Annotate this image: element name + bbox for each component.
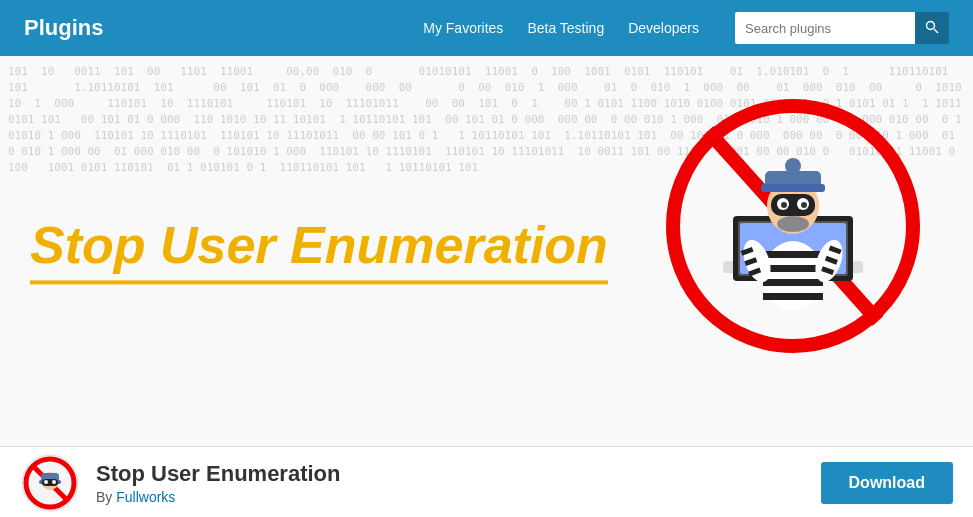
- plugin-info-bar: Stop User Enumeration By Fullworks Downl…: [0, 446, 973, 517]
- search-icon: [925, 20, 939, 34]
- by-label: By: [96, 489, 112, 505]
- nav-my-favorites[interactable]: My Favorites: [423, 20, 503, 36]
- svg-point-39: [44, 480, 48, 484]
- search-container: [735, 12, 949, 44]
- svg-point-23: [777, 216, 809, 232]
- svg-point-0: [927, 21, 935, 29]
- plugin-by: By Fullworks: [96, 489, 805, 505]
- plugin-hero-image: [653, 76, 933, 396]
- svg-rect-11: [763, 279, 823, 286]
- download-button[interactable]: Download: [821, 462, 953, 504]
- nav-developers[interactable]: Developers: [628, 20, 699, 36]
- svg-rect-9: [763, 251, 823, 258]
- plugin-banner: 101 10 0011 101 00 1101 11001 00,00 010 …: [0, 56, 973, 446]
- plugin-name: Stop User Enumeration: [96, 461, 805, 487]
- main-nav: My Favorites Beta Testing Developers: [423, 12, 949, 44]
- plugin-icon: [20, 453, 80, 513]
- search-input[interactable]: [735, 12, 915, 44]
- plugin-author-link[interactable]: Fullworks: [116, 489, 175, 505]
- svg-point-17: [785, 158, 801, 174]
- banner-underline: [30, 281, 608, 285]
- svg-rect-16: [761, 184, 825, 192]
- search-button[interactable]: [915, 12, 949, 44]
- plugin-details: Stop User Enumeration By Fullworks: [96, 461, 805, 505]
- banner-title: Stop User Enumeration: [30, 217, 608, 274]
- page-title: Plugins: [24, 15, 103, 41]
- no-hacker-svg: [653, 76, 933, 376]
- page-header: Plugins My Favorites Beta Testing Develo…: [0, 0, 973, 56]
- svg-point-40: [52, 480, 56, 484]
- svg-rect-12: [763, 293, 823, 300]
- svg-rect-10: [763, 265, 823, 272]
- plugin-icon-svg: [20, 453, 80, 513]
- svg-point-22: [801, 202, 807, 208]
- svg-line-1: [934, 29, 938, 33]
- nav-beta-testing[interactable]: Beta Testing: [527, 20, 604, 36]
- svg-point-21: [781, 202, 787, 208]
